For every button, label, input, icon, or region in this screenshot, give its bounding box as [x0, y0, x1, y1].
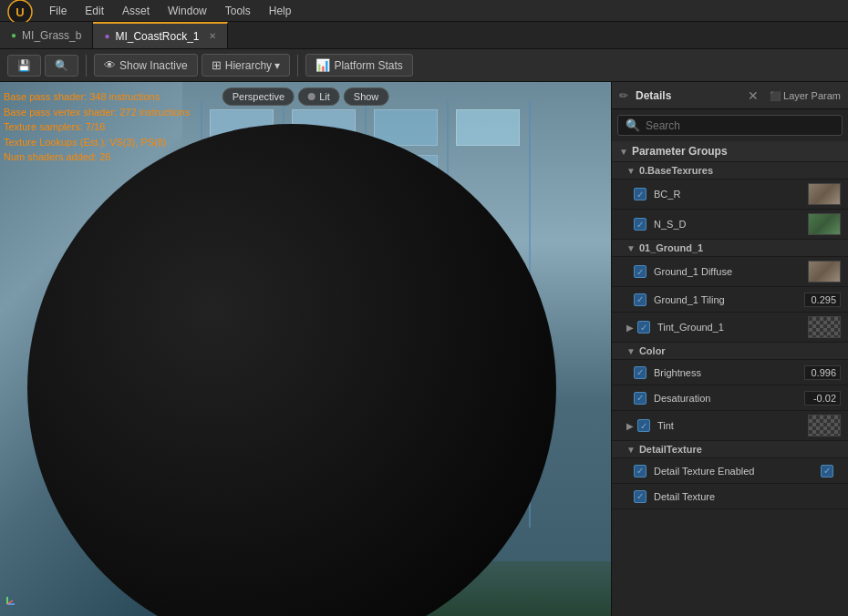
tab-mi-grass-label: MI_Grass_b — [22, 29, 81, 42]
detail-enabled-checkbox[interactable]: ✓ — [634, 465, 646, 477]
search-input[interactable] — [646, 119, 834, 132]
details-title: Details — [636, 89, 671, 102]
viewport[interactable]: Base pass shader: 348 instructions Base … — [0, 82, 611, 616]
tab-mi-coastrock-icon: ● — [104, 31, 109, 41]
subsection-base-textures[interactable]: ▼ 0.BaseTexrures — [612, 162, 848, 180]
detail-texture-check-icon: ✓ — [636, 491, 644, 501]
tint-ground-texture-preview[interactable] — [808, 316, 841, 338]
tab-mi-grass[interactable]: ● MI_Grass_b — [0, 22, 93, 48]
save-button[interactable]: 💾 — [7, 55, 41, 77]
tint-ground-checkbox[interactable]: ✓ — [637, 321, 650, 334]
param-desaturation: ✓ Desaturation -0.02 — [612, 385, 848, 411]
detail-enabled-value-checkbox[interactable]: ✓ — [821, 465, 833, 477]
app-logo: U — [7, 0, 33, 25]
tint-ground-check-icon: ✓ — [640, 323, 647, 333]
bc-r-texture-preview[interactable] — [808, 183, 841, 205]
lit-label: Lit — [319, 91, 330, 102]
detail-enabled-value-check-icon: ✓ — [823, 466, 831, 476]
panel-close-button[interactable]: ✕ — [748, 88, 759, 103]
detail-texture-checkbox[interactable]: ✓ — [634, 490, 646, 503]
tint-ground-label: Tint_Ground_1 — [657, 322, 804, 333]
search-bar[interactable]: 🔍 — [617, 115, 843, 136]
tab-mi-coastrock[interactable]: ● MI_CoastRock_1 ✕ — [93, 22, 227, 48]
menu-bar: U File Edit Asset Window Tools Help — [0, 0, 848, 22]
brightness-check-icon: ✓ — [636, 367, 644, 377]
param-detail-texture-enabled: ✓ Detail Texture Enabled ✓ — [612, 458, 848, 484]
browse-button[interactable]: 🔍 — [45, 55, 78, 77]
section-parameter-groups[interactable]: ▼ Parameter Groups — [612, 141, 848, 162]
perspective-label: Perspective — [233, 91, 284, 102]
brightness-checkbox[interactable]: ✓ — [634, 366, 646, 379]
brightness-value[interactable]: 0.996 — [804, 365, 841, 380]
search-icon: 🔍 — [626, 118, 640, 132]
ground-diffuse-checkbox[interactable]: ✓ — [634, 265, 646, 278]
details-panel: ✏ Details ✕ ⬛ Layer Param 🔍 ▼ Parameter … — [611, 82, 848, 616]
menu-window[interactable]: Window — [160, 3, 214, 19]
menu-tools[interactable]: Tools — [218, 3, 258, 19]
show-inactive-icon: 👁 — [104, 58, 116, 72]
color-chevron: ▼ — [626, 346, 636, 356]
menu-help[interactable]: Help — [262, 3, 299, 19]
menu-edit[interactable]: Edit — [78, 3, 111, 19]
param-bc-r: ✓ BC_R — [612, 180, 848, 210]
show-inactive-button[interactable]: 👁 Show Inactive — [94, 54, 198, 77]
brightness-label: Brightness — [654, 367, 804, 378]
lit-button[interactable]: Lit — [298, 87, 340, 106]
tint-texture-preview[interactable] — [808, 415, 841, 436]
tab-mi-grass-icon: ● — [11, 30, 16, 40]
lit-dot — [308, 93, 315, 100]
n-s-d-texture-preview[interactable] — [808, 213, 841, 235]
param-detail-texture-row: ✓ Detail Texture — [612, 484, 848, 509]
layer-params-icon: ⬛ — [770, 91, 781, 101]
detail-texture-label: DetailTexture — [639, 444, 702, 455]
param-groups-chevron: ▼ — [619, 147, 628, 157]
toolbar-separator-1 — [86, 55, 87, 77]
tab-close-button[interactable]: ✕ — [209, 31, 216, 41]
ground-diffuse-label: Ground_1 Diffuse — [654, 266, 804, 277]
platform-stats-icon: 📊 — [315, 58, 330, 72]
param-ground-1-tiling: ✓ Ground_1 Tiling 0.295 — [612, 287, 848, 313]
detail-texture-chevron: ▼ — [626, 445, 636, 455]
subsection-color[interactable]: ▼ Color — [612, 343, 848, 360]
hierarchy-button[interactable]: ⊞ Hierarchy ▾ — [202, 54, 291, 77]
show-label: Show — [354, 91, 379, 102]
desaturation-check-icon: ✓ — [636, 393, 644, 403]
desaturation-value[interactable]: -0.02 — [804, 391, 841, 406]
subsection-detail-texture[interactable]: ▼ DetailTexture — [612, 441, 848, 458]
toolbar-separator-2 — [297, 55, 298, 77]
hierarchy-icon: ⊞ — [212, 58, 222, 72]
base-textures-chevron: ▼ — [626, 166, 636, 176]
menu-file[interactable]: File — [42, 3, 74, 19]
ground-diffuse-texture-preview[interactable] — [808, 261, 841, 282]
save-icon: 💾 — [17, 59, 31, 72]
viewport-toolbar: Perspective Lit Show — [222, 87, 389, 106]
platform-stats-label: Platform Stats — [334, 59, 402, 72]
show-inactive-label: Show Inactive — [119, 59, 188, 72]
param-groups-label: Parameter Groups — [632, 145, 728, 158]
tint-expand-icon[interactable]: ▶ — [626, 421, 634, 431]
ground-tiling-checkbox[interactable]: ✓ — [634, 293, 646, 306]
platform-stats-button[interactable]: 📊 Platform Stats — [305, 54, 412, 77]
n-s-d-checkbox[interactable]: ✓ — [634, 218, 646, 231]
param-n-s-d: ✓ N_S_D — [612, 210, 848, 240]
n-s-d-label: N_S_D — [654, 219, 804, 230]
ground-tiling-value[interactable]: 0.295 — [804, 293, 841, 307]
perspective-button[interactable]: Perspective — [222, 87, 295, 106]
ground-diffuse-check-icon: ✓ — [636, 267, 644, 277]
tint-ground-expand-icon[interactable]: ▶ — [626, 323, 634, 333]
tint-checkbox[interactable]: ✓ — [637, 419, 650, 432]
layer-params-label: Layer Param — [783, 90, 841, 101]
desaturation-checkbox[interactable]: ✓ — [634, 392, 646, 405]
subsection-ground-1[interactable]: ▼ 01_Ground_1 — [612, 240, 848, 257]
window-4 — [456, 109, 520, 146]
bc-r-check-icon: ✓ — [636, 190, 644, 200]
bc-r-checkbox[interactable]: ✓ — [634, 188, 646, 200]
layer-params-tab[interactable]: ⬛ Layer Param — [770, 90, 841, 101]
menu-asset[interactable]: Asset — [115, 3, 157, 19]
ground-1-label: 01_Ground_1 — [639, 242, 703, 253]
show-button[interactable]: Show — [344, 87, 389, 106]
details-content[interactable]: ▼ Parameter Groups ▼ 0.BaseTexrures ✓ BC… — [612, 141, 848, 616]
viewport-coord — [5, 590, 24, 611]
base-textures-label: 0.BaseTexrures — [639, 165, 713, 176]
panel-header: ✏ Details ✕ ⬛ Layer Param — [612, 82, 848, 109]
